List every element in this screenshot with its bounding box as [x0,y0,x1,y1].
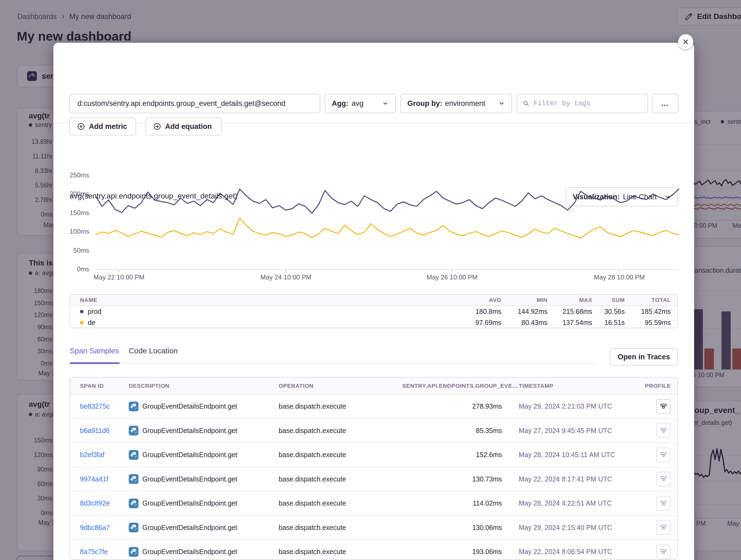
y-axis-tick: 250ms [62,171,89,179]
span-id-link[interactable]: 9974a41f [80,475,129,483]
search-icon [523,100,529,107]
span-timestamp: May 28, 2024 10:45:11 AM UTC [502,451,644,459]
close-button[interactable] [678,34,693,49]
span-id-link[interactable]: 8d3c892e [80,499,129,507]
span-id-link[interactable]: b2ef3faf [80,451,129,459]
span-duration: 193.06ms [402,548,502,556]
overflow-menu-button[interactable]: … [652,94,678,113]
span-samples-table: SPAN ID DESCRIPTION OPERATION SENTRY.API… [70,377,678,560]
span-timestamp: May 29, 2024 2:21:03 PM UTC [502,402,644,410]
span-operation: base.dispatch.execute [279,427,402,434]
profile-flame-chart-icon [659,451,668,459]
span-timestamp: May 29, 2024 2:15:40 PM UTC [502,524,644,532]
add-metric-button[interactable]: Add metric [69,117,136,135]
span-id-link[interactable]: 8a75c7fe [80,548,129,556]
span-description: GroupEventDetailsEndpoint.get [129,402,279,411]
profile-button[interactable] [656,545,671,559]
span-operation: base.dispatch.execute [279,524,402,532]
summary-row-de[interactable]: de 97.69ms 80.43ms 137.54ms 16.51s 95.59… [70,317,677,328]
group-by-value: environment [445,99,485,108]
tag-filter-field[interactable] [533,99,642,108]
metric-details-modal: avg(sentry.api.endpoints.group_event_det… [53,43,694,560]
active-tab-indicator [70,362,120,364]
span-duration: 114.02ms [402,499,502,507]
span-duration: 130.06ms [402,524,502,532]
span-operation: base.dispatch.execute [279,475,402,483]
profile-button[interactable] [656,423,671,438]
sample-row: b2ef3fafGroupEventDetailsEndpoint.getbas… [70,443,677,467]
profile-flame-chart-icon [659,402,668,410]
open-in-traces-button[interactable]: Open in Traces [610,348,678,366]
span-timestamp: May 27, 2024 9:45:45 PM UTC [502,427,644,434]
python-icon [129,474,138,484]
span-id-link[interactable]: 9dbc86a7 [80,524,129,532]
span-description: GroupEventDetailsEndpoint.get [129,547,279,557]
x-axis-tick: May 24 10:00 PM [261,273,312,281]
span-duration: 85.35ms [402,427,502,434]
profile-flame-chart-icon [659,499,668,507]
add-metric-label: Add metric [89,123,127,131]
tag-filter-input[interactable] [517,94,648,113]
profile-flame-chart-icon [659,548,668,556]
profile-button[interactable] [656,520,671,535]
aggregate-value: avg [351,99,363,108]
summary-header-row: NAME AVG MIN MAX SUM TOTAL [70,295,677,306]
group-by-dropdown[interactable]: Group by: environment [400,94,512,113]
span-description: GroupEventDetailsEndpoint.get [129,474,279,484]
plus-circle-icon [77,123,85,131]
chevron-down-icon [382,100,389,107]
profile-button[interactable] [656,399,671,414]
tab-span-samples[interactable]: Span Samples [70,347,119,355]
span-duration: 152.6ms [402,451,502,459]
plus-circle-icon [153,123,161,131]
python-icon [129,450,138,460]
ellipsis-icon: … [661,99,669,108]
python-icon [129,402,138,411]
summary-row-prod[interactable]: prod 180.8ms 144.92ms 215.68ms 30.56s 18… [70,306,677,317]
sample-row: be83275cGroupEventDetailsEndpoint.getbas… [70,395,677,419]
series-summary-table: NAME AVG MIN MAX SUM TOTAL prod 180.8ms … [70,294,678,328]
python-icon [129,498,138,508]
metric-line-chart[interactable] [95,175,679,270]
profile-button[interactable] [656,448,671,462]
x-axis [95,269,679,270]
span-operation: base.dispatch.execute [279,402,402,410]
profile-button[interactable] [656,472,671,486]
span-timestamp: May 28, 2024 4:22:51 AM UTC [502,499,644,507]
profile-button[interactable] [656,496,671,511]
span-description: GroupEventDetailsEndpoint.get [129,426,279,435]
metric-query-value[interactable] [77,99,313,108]
span-id-link[interactable]: b6a911d6 [80,427,129,434]
group-by-label: Group by: [407,99,442,108]
y-axis-tick: 150ms [62,209,89,217]
sample-row: 8d3c892eGroupEventDetailsEndpoint.getbas… [70,491,677,516]
span-operation: base.dispatch.execute [279,548,402,556]
span-timestamp: May 22, 2024 8:17:41 PM UTC [502,475,644,483]
series-dot [80,310,83,313]
span-description: GroupEventDetailsEndpoint.get [129,523,279,532]
close-icon [682,38,689,46]
add-equation-button[interactable]: Add equation [145,117,222,135]
span-id-link[interactable]: be83275c [80,402,129,410]
aggregate-label: Agg: [332,99,348,108]
span-description: GroupEventDetailsEndpoint.get [129,450,279,460]
tab-code-location[interactable]: Code Location [129,347,178,355]
y-axis-tick: 50ms [62,247,89,254]
sample-row: 9dbc86a7GroupEventDetailsEndpoint.getbas… [70,516,677,540]
samples-header-row: SPAN ID DESCRIPTION OPERATION SENTRY.API… [70,378,677,395]
metric-query-input[interactable] [69,94,320,113]
y-axis-tick: 0ms [62,265,89,273]
divider [70,364,594,364]
y-axis-tick: 100ms [62,228,89,235]
x-axis-tick: May 28 10:00 PM [594,273,645,281]
span-duration: 130.73ms [402,475,502,483]
profile-flame-chart-icon [659,524,668,532]
chevron-down-icon [498,100,505,107]
x-axis-tick: May 26 10:00 PM [426,273,478,281]
add-equation-label: Add equation [165,123,212,131]
aggregate-dropdown[interactable]: Agg: avg [325,94,396,113]
python-icon [129,547,138,557]
sample-row: 8a75c7feGroupEventDetailsEndpoint.getbas… [70,540,677,560]
span-description: GroupEventDetailsEndpoint.get [129,498,279,508]
x-axis-tick: May 22 10:00 PM [93,273,144,281]
